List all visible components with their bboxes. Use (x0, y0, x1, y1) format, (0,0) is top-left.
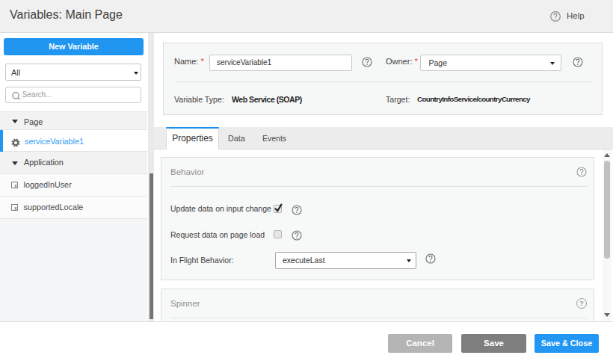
svg-text:x: x (14, 183, 17, 188)
svg-text:x: x (14, 206, 17, 211)
